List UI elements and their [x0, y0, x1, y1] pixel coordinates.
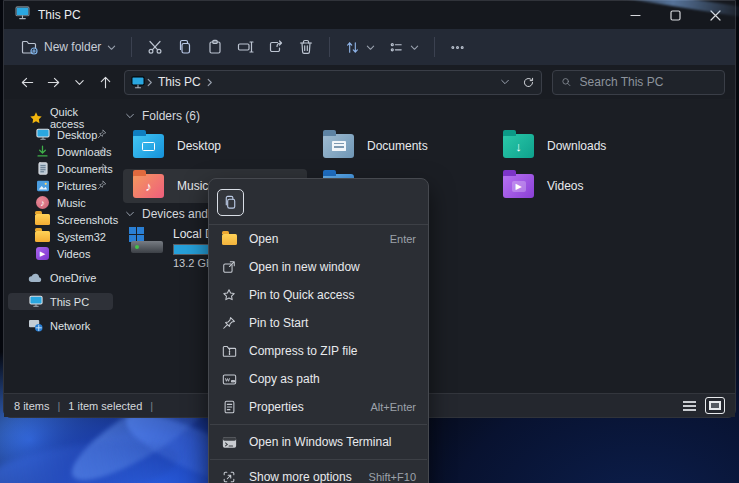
copy-icon	[223, 195, 238, 210]
context-menu-quick-actions	[209, 185, 428, 225]
ellipsis-icon	[450, 40, 465, 55]
view-button[interactable]	[382, 35, 426, 60]
new-folder-label: New folder	[44, 40, 101, 54]
minimize-button[interactable]	[615, 1, 655, 29]
sidebar-item-label: Network	[50, 320, 90, 332]
menu-item-open-new-window[interactable]: Open in new window	[209, 253, 428, 281]
new-folder-button[interactable]: New folder	[14, 35, 123, 60]
chevron-down-icon	[107, 43, 116, 52]
context-menu: Open Enter Open in new window Pin to Qui…	[208, 178, 429, 483]
downloads-folder-icon: ↓	[503, 134, 534, 158]
videos-icon: ▶	[35, 247, 50, 260]
context-copy-button[interactable]	[217, 189, 244, 216]
folder-tile-documents[interactable]: Documents	[313, 129, 497, 163]
copy-path-icon	[221, 373, 237, 386]
this-pc-icon	[15, 6, 30, 24]
sidebar-item-music[interactable]: ♪ Music	[8, 194, 113, 211]
sidebar-item-network[interactable]: Network	[8, 317, 113, 334]
videos-folder-icon: ▶	[503, 174, 534, 198]
rename-button[interactable]	[230, 34, 261, 60]
terminal-icon	[221, 436, 237, 449]
pin-icon	[97, 180, 107, 192]
details-view-button[interactable]	[679, 397, 699, 414]
folders-section-header[interactable]: Folders (6)	[125, 109, 200, 123]
sidebar-item-onedrive[interactable]: OneDrive	[8, 269, 113, 286]
address-bar-row: This PC	[4, 65, 735, 99]
see-more-button[interactable]	[443, 35, 472, 60]
sidebar-item-screenshots[interactable]: Screenshots	[8, 211, 113, 228]
delete-button[interactable]	[291, 34, 321, 60]
sidebar-item-this-pc[interactable]: This PC	[8, 293, 113, 310]
wallpaper-bloom	[0, 431, 183, 483]
menu-item-open-windows-terminal[interactable]: Open in Windows Terminal	[209, 428, 428, 456]
sidebar-item-quick-access[interactable]: Quick access	[8, 109, 113, 126]
folder-tile-desktop[interactable]: Desktop	[123, 129, 307, 163]
breadcrumb-this-pc[interactable]: This PC	[158, 75, 201, 89]
sidebar-item-desktop[interactable]: Desktop	[8, 126, 113, 143]
folder-tile-videos[interactable]: ▶ Videos	[493, 169, 677, 203]
properties-icon	[221, 400, 237, 414]
this-pc-icon	[131, 76, 145, 89]
menu-separator	[210, 459, 427, 460]
forward-button[interactable]	[40, 69, 66, 95]
search-box[interactable]	[552, 70, 725, 95]
chevron-down-icon	[366, 43, 375, 52]
menu-item-open[interactable]: Open Enter	[209, 225, 428, 253]
cut-button[interactable]	[140, 34, 170, 60]
open-folder-icon	[221, 234, 237, 245]
pin-icon	[221, 316, 237, 330]
desktop-icon	[35, 128, 50, 141]
sidebar-item-downloads[interactable]: Downloads	[8, 143, 113, 160]
selection-count: 1 item selected	[68, 400, 142, 412]
folder-icon	[35, 214, 50, 225]
collapse-chevron-icon	[125, 209, 135, 219]
sidebar-item-label: Music	[57, 197, 86, 209]
menu-item-copy-as-path[interactable]: Copy as path	[209, 365, 428, 393]
large-icons-view-button[interactable]	[705, 397, 725, 414]
show-more-options-icon	[221, 470, 237, 483]
menu-item-pin-start[interactable]: Pin to Start	[209, 309, 428, 337]
sidebar-item-label: This PC	[50, 296, 89, 308]
sidebar-item-videos[interactable]: ▶ Videos	[8, 245, 113, 262]
address-bar[interactable]: This PC	[124, 70, 542, 95]
desktop-wallpaper: This PC New folder	[0, 0, 739, 483]
chevron-down-icon	[410, 43, 419, 52]
search-input[interactable]	[580, 75, 716, 89]
desktop-folder-icon	[133, 134, 164, 158]
titlebar: This PC	[4, 1, 735, 29]
this-pc-icon	[28, 295, 43, 308]
toolbar-separator	[434, 37, 435, 57]
command-bar: New folder	[4, 29, 735, 65]
copy-button[interactable]	[170, 34, 200, 60]
search-icon	[561, 76, 572, 88]
sidebar-item-pictures[interactable]: Pictures	[8, 177, 113, 194]
paste-button[interactable]	[200, 34, 230, 60]
refresh-icon[interactable]	[522, 76, 535, 89]
sort-icon	[345, 40, 360, 55]
local-disk-icon	[127, 227, 165, 261]
up-button[interactable]	[92, 69, 118, 95]
breadcrumb-chevron-icon	[205, 78, 214, 87]
share-button[interactable]	[261, 34, 291, 60]
documents-folder-icon	[323, 134, 354, 158]
sidebar-item-documents[interactable]: Documents	[8, 160, 113, 177]
recent-locations-button[interactable]	[66, 69, 92, 95]
pin-icon	[97, 163, 107, 175]
menu-item-properties[interactable]: Properties Alt+Enter	[209, 393, 428, 421]
sort-button[interactable]	[338, 35, 382, 60]
back-button[interactable]	[14, 69, 40, 95]
pictures-icon	[35, 180, 50, 192]
folder-tile-downloads[interactable]: ↓ Downloads	[493, 129, 677, 163]
menu-item-show-more-options[interactable]: Show more options Shift+F10	[209, 463, 428, 483]
pin-quick-access-icon	[221, 288, 237, 302]
document-icon	[35, 162, 50, 175]
folders-header-label: Folders (6)	[142, 109, 200, 123]
menu-item-compress-zip[interactable]: Compress to ZIP file	[209, 337, 428, 365]
copy-icon	[177, 39, 193, 55]
menu-item-pin-quick-access[interactable]: Pin to Quick access	[209, 281, 428, 309]
navigation-pane: Quick access Desktop	[4, 99, 117, 393]
sidebar-item-label: Pictures	[57, 180, 97, 192]
address-dropdown-icon[interactable]	[500, 77, 510, 87]
sidebar-item-label: Screenshots	[57, 214, 118, 226]
sidebar-item-system32[interactable]: System32	[8, 228, 113, 245]
